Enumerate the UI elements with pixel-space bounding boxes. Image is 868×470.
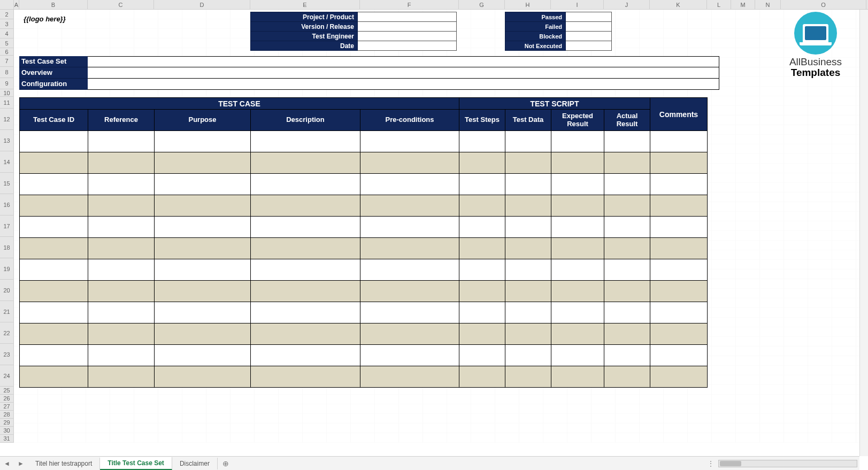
tab-nav-next-icon[interactable]: ► <box>14 460 28 467</box>
row-header-13[interactable]: 13 <box>0 130 13 151</box>
row-header-26[interactable]: 26 <box>0 395 13 403</box>
col-header-K[interactable]: K <box>650 0 707 9</box>
input-passed[interactable] <box>566 12 612 22</box>
table-row[interactable] <box>20 195 708 217</box>
col-header-J[interactable]: J <box>604 0 650 9</box>
row-header-6[interactable]: 6 <box>0 48 13 56</box>
sheet-area[interactable]: AllBusiness Templates {{logo here}} Proj… <box>14 10 868 443</box>
row-header-2[interactable]: 2 <box>0 10 13 19</box>
table-row[interactable] <box>20 366 708 388</box>
column-headers: A B C D E F G H I J K L M N O <box>0 0 868 10</box>
row-header-20[interactable]: 20 <box>0 280 13 301</box>
row-header-25[interactable]: 25 <box>0 387 13 395</box>
row-header-29[interactable]: 29 <box>0 419 13 427</box>
input-overview[interactable] <box>88 67 719 79</box>
col-header-C[interactable]: C <box>88 0 154 9</box>
input-test-case-set[interactable] <box>88 56 719 67</box>
table-row[interactable] <box>20 174 708 195</box>
laptop-icon <box>794 12 837 55</box>
row-header-15[interactable]: 15 <box>0 173 13 194</box>
input-engineer[interactable] <box>358 32 457 41</box>
logo-text-top: AllBusiness <box>789 56 842 67</box>
row-header-16[interactable]: 16 <box>0 194 13 215</box>
label-overview: Overview <box>19 67 88 79</box>
label-version: Version / Release <box>251 22 358 32</box>
label-date: Date <box>251 41 358 51</box>
horizontal-scrollbar[interactable] <box>718 460 857 467</box>
col-header-D[interactable]: D <box>154 0 250 9</box>
row-header-28[interactable]: 28 <box>0 411 13 419</box>
table-row[interactable] <box>20 345 708 366</box>
table-row[interactable] <box>20 238 708 259</box>
row-header-10[interactable]: 10 <box>0 89 13 97</box>
row-header-5[interactable]: 5 <box>0 38 13 48</box>
row-header-4[interactable]: 4 <box>0 29 13 38</box>
row-header-24[interactable]: 24 <box>0 365 13 387</box>
input-blocked[interactable] <box>566 32 612 41</box>
table-row[interactable] <box>20 281 708 302</box>
col-header-M[interactable]: M <box>731 0 755 9</box>
row-header-12[interactable]: 12 <box>0 109 13 130</box>
row-header-22[interactable]: 22 <box>0 322 13 344</box>
col-header-O[interactable]: O <box>781 0 866 9</box>
header-test-data: Test Data <box>505 110 551 131</box>
col-header-F[interactable]: F <box>360 0 459 9</box>
allbusinesstemplates-logo: AllBusiness Templates <box>773 12 858 78</box>
sheet-tab-disclaimer[interactable]: Disclaimer <box>172 458 218 469</box>
table-row[interactable] <box>20 302 708 323</box>
col-header-G[interactable]: G <box>459 0 505 9</box>
input-version[interactable] <box>358 22 457 32</box>
col-header-E[interactable]: E <box>250 0 360 9</box>
input-not-executed[interactable] <box>566 41 612 51</box>
row-header-21[interactable]: 21 <box>0 301 13 322</box>
sheet-tab-bar: ◄ ► Titel hier testrapport Title Test Ca… <box>0 456 859 470</box>
header-actual-result: Actual Result <box>604 110 650 131</box>
col-header-N[interactable]: N <box>755 0 781 9</box>
header-reference: Reference <box>88 110 155 131</box>
row-header-18[interactable]: 18 <box>0 237 13 258</box>
table-row[interactable] <box>20 217 708 238</box>
row-header-9[interactable]: 9 <box>0 78 13 89</box>
header-comments: Comments <box>650 98 708 131</box>
row-header-8[interactable]: 8 <box>0 67 13 78</box>
row-header-30[interactable]: 30 <box>0 427 13 435</box>
row-header-19[interactable]: 19 <box>0 258 13 280</box>
table-row[interactable] <box>20 131 708 152</box>
input-configuration[interactable] <box>88 79 719 90</box>
row-header-11[interactable]: 11 <box>0 97 13 109</box>
table-row[interactable] <box>20 152 708 174</box>
header-purpose: Purpose <box>155 110 251 131</box>
row-header-3[interactable]: 3 <box>0 19 13 29</box>
input-project[interactable] <box>358 12 457 22</box>
input-date[interactable] <box>358 41 457 51</box>
label-passed: Passed <box>505 12 566 22</box>
table-row[interactable] <box>20 323 708 345</box>
add-sheet-button[interactable]: ⊕ <box>218 459 234 468</box>
select-all-corner[interactable] <box>0 0 14 9</box>
tab-nav-prev-icon[interactable]: ◄ <box>0 460 14 467</box>
tab-options-icon[interactable]: ⋮ <box>704 460 718 467</box>
sheet-tab-testrapport[interactable]: Titel hier testrapport <box>28 458 100 469</box>
col-header-A[interactable]: A <box>14 0 19 9</box>
logo-placeholder-cell[interactable]: {{logo here}} <box>19 12 154 26</box>
label-engineer: Test Engineer <box>251 32 358 41</box>
row-header-7[interactable]: 7 <box>0 56 13 67</box>
col-header-L[interactable]: L <box>707 0 731 9</box>
input-failed[interactable] <box>566 22 612 32</box>
logo-text-bottom: Templates <box>791 67 841 78</box>
label-failed: Failed <box>505 22 566 32</box>
col-header-B[interactable]: B <box>19 0 88 9</box>
sheet-tab-title-test-case-set[interactable]: Title Test Case Set <box>100 457 172 470</box>
header-description: Description <box>251 110 360 131</box>
group-header-test-case: TEST CASE <box>20 98 459 110</box>
label-not-executed: Not Executed <box>505 41 566 51</box>
row-header-23[interactable]: 23 <box>0 344 13 365</box>
col-header-H[interactable]: H <box>505 0 551 9</box>
row-header-27[interactable]: 27 <box>0 403 13 411</box>
table-row[interactable] <box>20 259 708 281</box>
row-header-31[interactable]: 31 <box>0 435 13 443</box>
row-header-14[interactable]: 14 <box>0 151 13 173</box>
row-header-17[interactable]: 17 <box>0 215 13 237</box>
col-header-I[interactable]: I <box>551 0 604 9</box>
header-test-case-id: Test Case ID <box>20 110 88 131</box>
